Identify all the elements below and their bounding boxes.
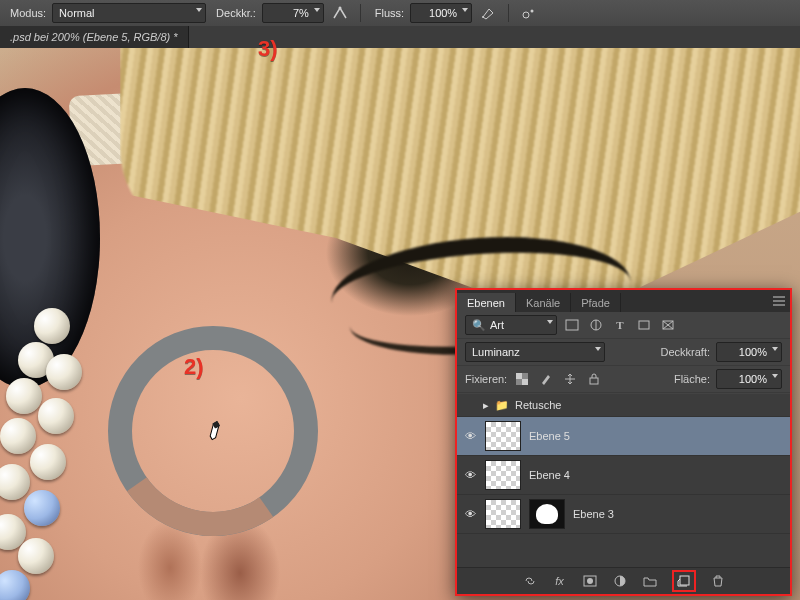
visibility-icon[interactable]: 👁 [463, 469, 477, 481]
svg-rect-15 [522, 379, 528, 385]
adjustment-layer-icon[interactable] [612, 573, 628, 589]
link-layers-icon[interactable] [522, 573, 538, 589]
airbrush-icon[interactable] [478, 4, 498, 22]
fill-value: 100% [739, 373, 767, 385]
layer-blend-dropdown[interactable]: Luminanz [465, 342, 605, 362]
annotation-3: 3) [258, 38, 278, 60]
lock-pixels-icon[interactable] [537, 372, 555, 386]
lock-fill-row: Fixieren: Fläche: 100% [457, 366, 790, 393]
flow-label: Fluss: [375, 7, 404, 19]
layer-filter-row: 🔍Art T [457, 312, 790, 339]
layer-row[interactable]: 👁 Ebene 4 [457, 456, 790, 495]
layer-opacity-value: 100% [739, 346, 767, 358]
svg-point-0 [338, 7, 341, 10]
chevron-down-icon [462, 8, 468, 12]
layer-row[interactable]: 👁 Ebene 3 [457, 495, 790, 534]
separator [508, 4, 509, 22]
new-layer-icon[interactable] [672, 570, 696, 592]
layer-list: ▸ 📁 Retusche 👁 Ebene 5 👁 Ebene 4 👁 Ebene… [457, 394, 790, 568]
pressure-opacity-icon[interactable] [330, 4, 350, 22]
layer-name[interactable]: Ebene 4 [529, 469, 570, 481]
lock-position-icon[interactable] [561, 372, 579, 386]
layer-group[interactable]: ▸ 📁 Retusche [457, 394, 790, 417]
filter-type-value: Art [490, 319, 504, 331]
tab-paths[interactable]: Pfade [571, 293, 621, 312]
chevron-down-icon [547, 320, 553, 324]
blend-mode-value: Normal [59, 7, 94, 19]
svg-rect-14 [516, 373, 522, 379]
layer-style-icon[interactable]: fx [552, 573, 568, 589]
chevron-down-icon [196, 8, 202, 12]
layer-opacity-label: Deckkraft: [660, 346, 710, 358]
layer-thumbnail[interactable] [485, 421, 521, 451]
fill-field[interactable]: 100% [716, 369, 782, 389]
layers-panel: Ebenen Kanäle Pfade 🔍Art T Luminanz Deck… [455, 288, 792, 596]
group-name: Retusche [515, 399, 561, 411]
svg-rect-11 [639, 321, 649, 329]
svg-rect-20 [680, 576, 689, 585]
layer-thumbnail[interactable] [485, 499, 521, 529]
svg-point-1 [482, 16, 484, 18]
layer-name[interactable]: Ebene 3 [573, 508, 614, 520]
tab-layers[interactable]: Ebenen [457, 293, 516, 312]
document-tab[interactable]: .psd bei 200% (Ebene 5, RGB/8) * [0, 26, 189, 48]
disclose-icon[interactable]: ▸ [483, 399, 489, 412]
layer-mask-thumbnail[interactable] [529, 499, 565, 529]
chevron-down-icon [314, 8, 320, 12]
lock-label: Fixieren: [465, 373, 507, 385]
delete-layer-icon[interactable] [710, 573, 726, 589]
filter-type-dropdown[interactable]: 🔍Art [465, 315, 557, 335]
layer-name[interactable]: Ebene 5 [529, 430, 570, 442]
lock-all-icon[interactable] [585, 372, 603, 386]
filter-type-icon[interactable]: T [611, 318, 629, 332]
opacity-field[interactable]: 7% [262, 3, 324, 23]
new-group-icon[interactable] [642, 573, 658, 589]
chevron-down-icon [595, 347, 601, 351]
blend-opacity-row: Luminanz Deckkraft: 100% [457, 339, 790, 366]
chevron-down-icon [772, 374, 778, 378]
opacity-value: 7% [293, 7, 309, 19]
panel-footer: fx [457, 567, 790, 594]
mode-label: Modus: [10, 7, 46, 19]
chevron-down-icon [772, 347, 778, 351]
flow-field[interactable]: 100% [410, 3, 472, 23]
filter-smart-icon[interactable] [659, 318, 677, 332]
document-tab-title: .psd bei 200% (Ebene 5, RGB/8) * [10, 31, 178, 43]
folder-icon: 📁 [495, 399, 509, 412]
flow-value: 100% [429, 7, 457, 19]
image-content [0, 308, 110, 600]
fill-label: Fläche: [674, 373, 710, 385]
pressure-size-icon[interactable] [519, 4, 539, 22]
visibility-icon[interactable]: 👁 [463, 430, 477, 442]
tab-channels[interactable]: Kanäle [516, 293, 571, 312]
svg-point-2 [523, 12, 529, 18]
layer-row[interactable]: 👁 Ebene 5 [457, 417, 790, 456]
opacity-label: Deckkr.: [216, 7, 256, 19]
add-mask-icon[interactable] [582, 573, 598, 589]
svg-point-3 [531, 10, 534, 13]
svg-rect-9 [566, 320, 578, 330]
filter-shape-icon[interactable] [635, 318, 653, 332]
panel-menu-icon[interactable] [768, 290, 790, 312]
options-bar: Modus: Normal Deckkr.: 7% Fluss: 100% [0, 0, 800, 27]
filter-adjust-icon[interactable] [587, 318, 605, 332]
svg-point-18 [587, 578, 593, 584]
layer-opacity-field[interactable]: 100% [716, 342, 782, 362]
document-tab-bar: .psd bei 200% (Ebene 5, RGB/8) * [0, 26, 800, 49]
svg-rect-16 [590, 378, 598, 384]
filter-pixel-icon[interactable] [563, 318, 581, 332]
layer-blend-value: Luminanz [472, 346, 520, 358]
annotation-2: 2) [184, 356, 204, 378]
color-sampler-hud [108, 326, 318, 536]
separator [360, 4, 361, 22]
panel-tabs: Ebenen Kanäle Pfade [457, 290, 790, 312]
layer-thumbnail[interactable] [485, 460, 521, 490]
blend-mode-dropdown[interactable]: Normal [52, 3, 206, 23]
lock-transparent-icon[interactable] [513, 372, 531, 386]
visibility-icon[interactable]: 👁 [463, 508, 477, 520]
